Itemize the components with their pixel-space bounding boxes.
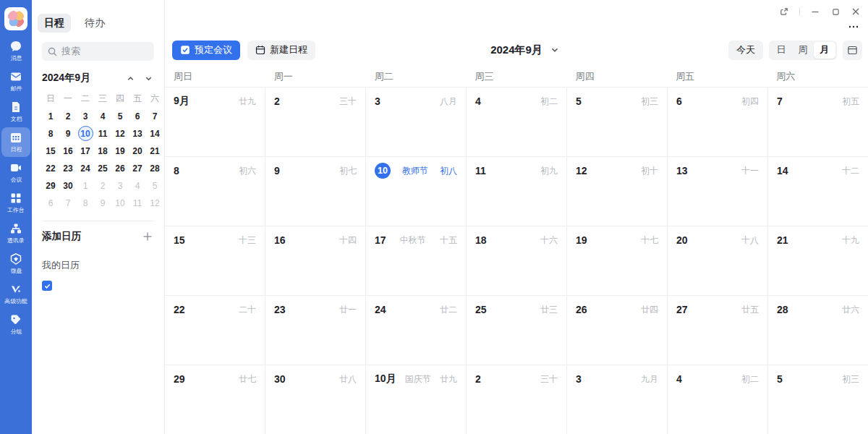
mini-day-cell[interactable]: 20 [129, 143, 146, 158]
day-cell[interactable]: 3九月 [567, 365, 668, 434]
mini-day-cell[interactable]: 4 [94, 109, 111, 124]
mini-day-cell[interactable]: 7 [59, 195, 77, 210]
sidebar-item-group[interactable]: 分组 [1, 310, 30, 339]
day-cell[interactable]: 27廿五 [668, 296, 768, 365]
search-input[interactable]: 搜索 [42, 42, 154, 61]
layout-toggle-button[interactable] [843, 41, 862, 60]
day-cell[interactable]: 18十六 [467, 226, 567, 295]
new-event-button[interactable]: 新建日程 [247, 41, 315, 60]
mini-day-cell[interactable]: 12 [111, 126, 129, 141]
mini-day-cell[interactable]: 18 [94, 143, 111, 158]
mini-day-cell[interactable]: 29 [42, 178, 59, 193]
mini-day-cell[interactable]: 14 [146, 126, 163, 141]
sidebar-item-workbench[interactable]: 工作台 [1, 188, 30, 218]
mini-day-cell[interactable]: 10 [111, 195, 129, 210]
day-cell[interactable]: 12初十 [567, 157, 668, 226]
view-option-日[interactable]: 日 [770, 42, 792, 59]
day-cell[interactable]: 20十八 [668, 226, 768, 295]
mini-day-cell[interactable]: 6 [42, 195, 59, 210]
mini-day-cell[interactable]: 11 [94, 126, 111, 141]
tab-todo[interactable]: 待办 [78, 14, 111, 33]
day-cell[interactable]: 19十七 [567, 226, 668, 295]
mini-day-cell[interactable]: 9 [94, 195, 111, 210]
mini-day-cell[interactable]: 2 [94, 178, 111, 193]
sidebar-item-docs[interactable]: 文档 [1, 97, 30, 127]
day-cell[interactable]: 28廿六 [768, 296, 868, 365]
day-cell[interactable]: 9月廿九 [165, 88, 265, 156]
mini-day-cell[interactable]: 3 [77, 109, 94, 124]
add-calendar-button[interactable] [141, 230, 154, 243]
mini-prev-button[interactable] [123, 71, 137, 85]
mini-day-cell[interactable]: 3 [111, 178, 129, 193]
day-cell[interactable]: 4初二 [467, 88, 567, 156]
day-cell[interactable]: 24廿二 [366, 296, 467, 365]
mini-day-cell[interactable]: 19 [111, 143, 129, 158]
day-cell[interactable]: 5初三 [567, 88, 668, 156]
day-cell[interactable]: 10月国庆节廿九 [366, 365, 467, 434]
sidebar-item-contacts[interactable]: 通讯录 [1, 218, 30, 248]
day-cell[interactable]: 3八月 [366, 88, 467, 156]
mini-day-cell[interactable]: 12 [146, 195, 163, 210]
day-cell[interactable]: 22二十 [165, 296, 265, 365]
mini-day-cell[interactable]: 5 [111, 109, 129, 124]
mini-day-cell[interactable]: 1 [42, 109, 59, 124]
sidebar-item-calendar[interactable]: 日程 [1, 127, 30, 157]
mini-day-cell[interactable]: 16 [59, 143, 77, 158]
sidebar-item-meeting[interactable]: 会议 [1, 158, 30, 187]
day-cell[interactable]: 2三十 [265, 88, 366, 156]
mini-day-cell[interactable]: 8 [77, 195, 94, 210]
day-cell[interactable]: 13十一 [668, 157, 768, 226]
avatar[interactable] [4, 7, 27, 30]
day-cell[interactable]: 7初五 [768, 88, 868, 156]
mini-day-cell[interactable]: 5 [146, 178, 163, 193]
day-cell[interactable]: 14十二 [768, 157, 868, 226]
mini-day-cell[interactable]: 9 [59, 126, 77, 141]
mini-day-cell[interactable]: 8 [42, 126, 59, 141]
day-cell[interactable]: 16十四 [265, 226, 366, 295]
mini-day-cell[interactable]: 6 [129, 109, 146, 124]
sidebar-item-mail[interactable]: 邮件 [1, 67, 30, 96]
book-meeting-button[interactable]: 预定会议 [172, 41, 240, 60]
day-cell[interactable]: 8初六 [165, 157, 265, 226]
day-cell[interactable]: 2三十 [467, 365, 567, 434]
mini-day-cell[interactable]: 4 [129, 178, 146, 193]
mini-day-cell[interactable]: 13 [129, 126, 146, 141]
day-cell[interactable]: 17中秋节十五 [366, 226, 467, 295]
mini-day-cell[interactable]: 22 [42, 161, 59, 176]
day-cell[interactable]: 11初九 [467, 157, 567, 226]
prev-month-button[interactable] [529, 43, 543, 57]
sidebar-item-drive[interactable]: 微盘 [1, 249, 30, 278]
day-cell[interactable]: 26廿四 [567, 296, 668, 365]
day-cell[interactable]: 30廿八 [265, 365, 366, 434]
day-cell[interactable]: 10教师节初八 [366, 157, 467, 226]
day-cell[interactable]: 15十三 [165, 226, 265, 295]
mini-day-cell[interactable]: 17 [77, 143, 94, 158]
sidebar-item-message[interactable]: 消息 [1, 36, 30, 66]
sidebar-item-advanced[interactable]: 高级功能 [1, 279, 30, 309]
mini-day-cell[interactable]: 25 [94, 161, 111, 176]
mini-day-cell[interactable]: 7 [146, 109, 163, 124]
mini-day-cell[interactable]: 21 [146, 143, 163, 158]
mini-day-cell[interactable]: 23 [59, 161, 77, 176]
day-cell[interactable]: 23廿一 [265, 296, 366, 365]
next-month-button[interactable] [548, 43, 562, 57]
mini-day-cell[interactable]: 1 [77, 178, 94, 193]
mini-day-cell[interactable]: 30 [59, 178, 77, 193]
calendar-checkbox[interactable] [42, 281, 52, 291]
mini-next-button[interactable] [141, 71, 156, 85]
mini-day-cell[interactable]: 2 [59, 109, 77, 124]
mini-day-cell[interactable]: 24 [77, 161, 94, 176]
mini-day-cell[interactable]: 26 [111, 161, 129, 176]
day-cell[interactable]: 4初二 [668, 365, 768, 434]
day-cell[interactable]: 5初三 [768, 365, 868, 434]
view-option-月[interactable]: 月 [814, 42, 835, 59]
tab-schedule[interactable]: 日程 [38, 14, 71, 33]
mini-day-cell[interactable]: 11 [129, 195, 146, 210]
my-calendar-item[interactable] [32, 272, 164, 291]
mini-day-cell[interactable]: 27 [129, 161, 146, 176]
day-cell[interactable]: 9初七 [265, 157, 366, 226]
mini-day-cell[interactable]: 28 [146, 161, 163, 176]
view-option-周[interactable]: 周 [792, 42, 814, 59]
mini-day-cell[interactable]: 10 [77, 126, 94, 141]
day-cell[interactable]: 29廿七 [165, 365, 265, 434]
